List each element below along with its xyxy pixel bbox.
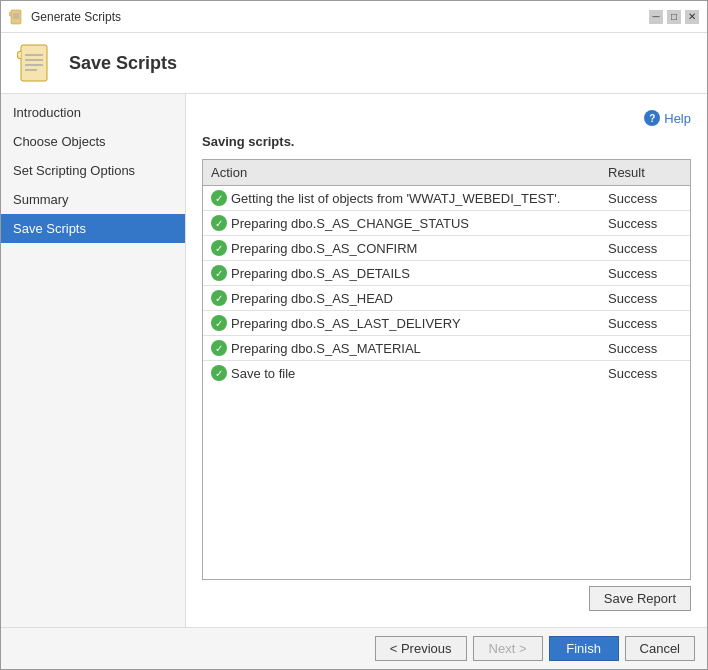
sidebar-item-introduction[interactable]: Introduction [1,98,185,127]
action-text: Getting the list of objects from 'WWATJ_… [231,191,560,206]
action-text: Preparing dbo.S_AS_MATERIAL [231,341,421,356]
table-row: ✓ Preparing dbo.S_AS_CONFIRM Success [203,236,690,261]
result-cell: Success [600,361,690,386]
table-row: ✓ Getting the list of objects from 'WWAT… [203,186,690,211]
footer-buttons: < Previous Next > Finish Cancel [1,627,707,669]
cancel-button[interactable]: Cancel [625,636,695,661]
result-cell: Success [600,286,690,311]
result-cell: Success [600,336,690,361]
action-cell: ✓ Save to file [203,361,600,386]
table-row: ✓ Preparing dbo.S_AS_DETAILS Success [203,261,690,286]
result-cell: Success [600,211,690,236]
action-text: Save to file [231,366,295,381]
sidebar-item-summary[interactable]: Summary [1,185,185,214]
table-row: ✓ Preparing dbo.S_AS_MATERIAL Success [203,336,690,361]
help-label: Help [664,111,691,126]
action-cell: ✓ Preparing dbo.S_AS_MATERIAL [203,336,600,361]
action-text: Preparing dbo.S_AS_CHANGE_STATUS [231,216,469,231]
table-header-row: Action Result [203,160,690,186]
action-text: Preparing dbo.S_AS_CONFIRM [231,241,417,256]
maximize-button[interactable]: □ [667,10,681,24]
success-icon: ✓ [211,215,227,231]
sidebar-item-set-scripting-options[interactable]: Set Scripting Options [1,156,185,185]
result-cell: Success [600,311,690,336]
table-row: ✓ Save to file Success [203,361,690,386]
next-button[interactable]: Next > [473,636,543,661]
sidebar-item-save-scripts[interactable]: Save Scripts [1,214,185,243]
results-table: Action Result ✓ Getting the list of obje… [203,160,690,385]
table-row: ✓ Preparing dbo.S_AS_CHANGE_STATUS Succe… [203,211,690,236]
header-title: Save Scripts [69,53,177,74]
column-result: Result [600,160,690,186]
save-report-button[interactable]: Save Report [589,586,691,611]
window-controls: ─ □ ✕ [649,10,699,24]
result-cell: Success [600,261,690,286]
action-cell: ✓ Getting the list of objects from 'WWAT… [203,186,600,211]
help-link[interactable]: ? Help [202,110,691,126]
app-icon [9,9,25,25]
table-row: ✓ Preparing dbo.S_AS_HEAD Success [203,286,690,311]
success-icon: ✓ [211,240,227,256]
success-icon: ✓ [211,315,227,331]
success-icon: ✓ [211,365,227,381]
previous-button[interactable]: < Previous [375,636,467,661]
sidebar-item-choose-objects[interactable]: Choose Objects [1,127,185,156]
success-icon: ✓ [211,340,227,356]
save-report-area: Save Report [202,580,691,611]
action-cell: ✓ Preparing dbo.S_AS_LAST_DELIVERY [203,311,600,336]
action-cell: ✓ Preparing dbo.S_AS_DETAILS [203,261,600,286]
saving-title: Saving scripts. [202,134,691,149]
title-bar: Generate Scripts ─ □ ✕ [1,1,707,33]
success-icon: ✓ [211,290,227,306]
action-cell: ✓ Preparing dbo.S_AS_CHANGE_STATUS [203,211,600,236]
success-icon: ✓ [211,190,227,206]
main-window: Generate Scripts ─ □ ✕ Save Scripts Intr… [0,0,708,670]
main-panel: ? Help Saving scripts. Action Result [186,94,707,627]
results-table-wrapper: Action Result ✓ Getting the list of obje… [202,159,691,580]
help-icon: ? [644,110,660,126]
finish-button[interactable]: Finish [549,636,619,661]
content-area: Introduction Choose Objects Set Scriptin… [1,94,707,627]
action-text: Preparing dbo.S_AS_HEAD [231,291,393,306]
sidebar: Introduction Choose Objects Set Scriptin… [1,94,186,627]
header: Save Scripts [1,33,707,94]
table-row: ✓ Preparing dbo.S_AS_LAST_DELIVERY Succe… [203,311,690,336]
success-icon: ✓ [211,265,227,281]
svg-rect-0 [11,10,21,24]
minimize-button[interactable]: ─ [649,10,663,24]
action-text: Preparing dbo.S_AS_DETAILS [231,266,410,281]
action-cell: ✓ Preparing dbo.S_AS_HEAD [203,286,600,311]
title-bar-left: Generate Scripts [9,9,121,25]
svg-rect-4 [21,45,47,81]
action-text: Preparing dbo.S_AS_LAST_DELIVERY [231,316,461,331]
action-cell: ✓ Preparing dbo.S_AS_CONFIRM [203,236,600,261]
header-icon [17,43,57,83]
result-cell: Success [600,186,690,211]
result-cell: Success [600,236,690,261]
column-action: Action [203,160,600,186]
window-title: Generate Scripts [31,10,121,24]
close-button[interactable]: ✕ [685,10,699,24]
